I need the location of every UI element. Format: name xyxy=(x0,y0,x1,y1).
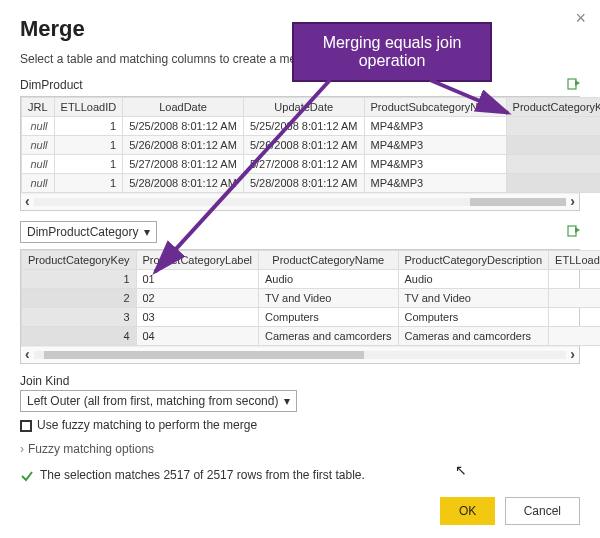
annotation-callout: Merging equals join operation xyxy=(292,22,492,82)
col2-productcategorykey[interactable]: ProductCategoryKey xyxy=(22,251,137,270)
joinkind-label: Join Kind xyxy=(20,374,580,388)
col-etlloadid[interactable]: ETLLoadID xyxy=(54,98,123,117)
fuzzy-checkbox-label: Use fuzzy matching to perform the merge xyxy=(37,418,257,432)
col-productcategorykey[interactable]: ProductCategoryKey xyxy=(506,98,600,117)
fuzzy-options-expander[interactable]: ›Fuzzy matching options xyxy=(20,442,580,456)
native-query-icon[interactable] xyxy=(566,223,580,238)
button-row: OK Cancel xyxy=(20,497,580,525)
col-updatedate[interactable]: UpdateDate xyxy=(243,98,364,117)
joinkind-value: Left Outer (all from first, matching fro… xyxy=(27,394,278,408)
second-table-dropdown-value: DimProductCategory xyxy=(27,225,138,239)
match-text: The selection matches 2517 of 2517 rows … xyxy=(40,468,365,482)
col2-etlloadid[interactable]: ETLLoadID xyxy=(549,251,600,270)
joinkind-dropdown[interactable]: Left Outer (all from first, matching fro… xyxy=(20,390,297,412)
table-row[interactable]: 101AudioAudio1 xyxy=(22,270,601,289)
fuzzy-checkbox[interactable]: Use fuzzy matching to perform the merge xyxy=(20,418,580,432)
match-status: The selection matches 2517 of 2517 rows … xyxy=(20,468,580,483)
table-row[interactable]: 303ComputersComputers1 xyxy=(22,308,601,327)
table-row[interactable]: 202TV and VideoTV and Video1 xyxy=(22,289,601,308)
col2-productcategoryname[interactable]: ProductCategoryName xyxy=(258,251,398,270)
fuzzy-options-label: Fuzzy matching options xyxy=(28,442,154,456)
col-jrl[interactable]: JRL xyxy=(22,98,55,117)
table1-grid[interactable]: JRL ETLLoadID LoadDate UpdateDate Produc… xyxy=(20,96,580,211)
chevron-right-icon: › xyxy=(20,442,24,456)
second-table-dropdown[interactable]: DimProductCategory ▾ xyxy=(20,221,157,243)
chevron-left-icon[interactable]: ‹ xyxy=(25,195,30,209)
col-productsubcategoryname[interactable]: ProductSubcategoryName xyxy=(364,98,506,117)
cancel-button[interactable]: Cancel xyxy=(505,497,580,525)
col2-productcategorylabel[interactable]: ProductCategoryLabel xyxy=(136,251,258,270)
table2-hscroll[interactable]: ‹ › xyxy=(21,346,579,363)
check-icon xyxy=(20,468,40,483)
table-row[interactable]: null15/28/2008 8:01:12 AM5/28/2008 8:01:… xyxy=(22,174,601,193)
chevron-down-icon: ▾ xyxy=(284,394,290,408)
table1-name-text: DimProduct xyxy=(20,78,83,92)
table2-grid[interactable]: ProductCategoryKey ProductCategoryLabel … xyxy=(20,249,580,364)
chevron-right-icon[interactable]: › xyxy=(570,195,575,209)
table-row[interactable]: null15/25/2008 8:01:12 AM5/25/2008 8:01:… xyxy=(22,117,601,136)
col2-productcategorydescription[interactable]: ProductCategoryDescription xyxy=(398,251,549,270)
col-loaddate[interactable]: LoadDate xyxy=(123,98,244,117)
native-query-icon[interactable] xyxy=(566,76,580,91)
table-row[interactable]: null15/26/2008 8:01:12 AM5/26/2008 8:01:… xyxy=(22,136,601,155)
chevron-right-icon[interactable]: › xyxy=(570,348,575,362)
checkbox-icon xyxy=(20,420,32,432)
svg-rect-1 xyxy=(568,226,576,236)
cursor-icon: ↖ xyxy=(455,462,467,478)
ok-button[interactable]: OK xyxy=(440,497,495,525)
svg-rect-0 xyxy=(568,79,576,89)
chevron-down-icon: ▾ xyxy=(144,225,150,239)
table-row[interactable]: null15/27/2008 8:01:12 AM5/27/2008 8:01:… xyxy=(22,155,601,174)
close-icon[interactable]: × xyxy=(575,8,586,29)
table-row[interactable]: 404Cameras and camcordersCameras and cam… xyxy=(22,327,601,346)
chevron-left-icon[interactable]: ‹ xyxy=(25,348,30,362)
table1-hscroll[interactable]: ‹ › xyxy=(21,193,579,210)
